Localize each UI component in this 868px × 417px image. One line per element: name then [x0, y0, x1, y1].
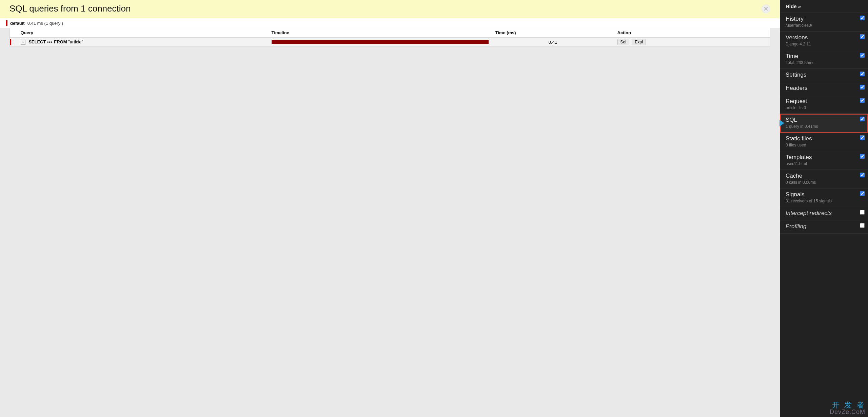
time-cell: 0.41: [492, 38, 614, 47]
panel-checkbox-settings[interactable]: [860, 72, 865, 76]
table-header-row: Query Timeline Time (ms) Action: [10, 28, 770, 38]
panel-checkbox-signals[interactable]: [860, 191, 865, 196]
panel-subtitle: 0 files used: [786, 143, 863, 147]
row-marker: [10, 39, 11, 45]
col-action: Action: [614, 28, 770, 38]
panel-subtitle: 0 calls in 0.00ms: [786, 180, 863, 185]
panel-checkbox-time[interactable]: [860, 53, 865, 58]
sidebar-panel-history[interactable]: History/user/articles0/: [780, 13, 868, 32]
panel-titlebar: SQL queries from 1 connection: [0, 0, 780, 18]
panel-subtitle: 31 receivers of 15 signals: [786, 199, 863, 203]
sidebar-panel-settings[interactable]: Settings: [780, 69, 868, 82]
panel-title: Headers: [786, 85, 863, 92]
panel-checkbox-static[interactable]: [860, 135, 865, 140]
panel-title: Intercept redirects: [786, 210, 863, 217]
sql-table: Query Timeline Time (ms) Action + SELECT: [9, 28, 770, 47]
sidebar-panel-request[interactable]: Requestarticle_list0: [780, 95, 868, 114]
sidebar-panel-sql[interactable]: SQL1 query in 0.41ms: [780, 114, 868, 133]
panel-subtitle: Django 4.2.11: [786, 42, 863, 46]
panel-title: History: [786, 16, 863, 22]
panel-checkbox-templates[interactable]: [860, 154, 865, 159]
panel-subtitle: article_list0: [786, 105, 863, 110]
sidebar-panel-headers[interactable]: Headers: [780, 82, 868, 95]
panel-title: Signals: [786, 191, 863, 198]
panel-title: SQL: [786, 117, 863, 123]
connection-name: default: [10, 21, 25, 26]
connection-marker: [6, 20, 7, 26]
panel-title: Static files: [786, 135, 863, 142]
connection-detail: 0.41 ms (1 query ): [27, 21, 63, 26]
expl-button[interactable]: Expl: [632, 39, 646, 45]
panel-checkbox-profiling[interactable]: [860, 223, 865, 228]
panel-title: Settings: [786, 72, 863, 78]
sidebar-panel-time[interactable]: TimeTotal: 233.55ms: [780, 50, 868, 69]
panel-checkbox-headers[interactable]: [860, 85, 865, 90]
watermark: 开 发 者 DevZe.CoM: [830, 401, 865, 415]
sidebar-panel-static[interactable]: Static files0 files used: [780, 133, 868, 151]
panel-checkbox-cache[interactable]: [860, 173, 865, 177]
query-text: SELECT ••• FROM "article": [28, 39, 83, 44]
panel-title: Request: [786, 98, 863, 105]
sidebar-panel-cache[interactable]: Cache0 calls in 0.00ms: [780, 170, 868, 188]
col-time: Time (ms): [492, 28, 614, 38]
panel-title: Time: [786, 53, 863, 60]
expand-button[interactable]: +: [21, 40, 25, 45]
panel-title: Versions: [786, 34, 863, 41]
col-timeline: Timeline: [268, 28, 492, 38]
connection-summary: default 0.41 ms (1 query ): [0, 18, 780, 28]
panel-title: Templates: [786, 154, 863, 161]
close-icon[interactable]: [762, 4, 770, 13]
timeline-bar: [272, 40, 489, 44]
panel-subtitle: 1 query in 0.41ms: [786, 124, 863, 129]
sidebar-panel-profiling[interactable]: Profiling: [780, 220, 868, 234]
sidebar-panel-versions[interactable]: VersionsDjango 4.2.11: [780, 32, 868, 50]
panel-subtitle: user/t1.html: [786, 161, 863, 166]
panel-subtitle: /user/articles0/: [786, 23, 863, 28]
page-title: SQL queries from 1 connection: [9, 3, 131, 14]
panel-checkbox-redirects[interactable]: [860, 210, 865, 215]
panel-checkbox-request[interactable]: [860, 98, 865, 103]
sidebar-panel-redirects[interactable]: Intercept redirects: [780, 207, 868, 220]
panel-checkbox-history[interactable]: [860, 16, 865, 20]
debug-toolbar-sidebar: Hide » History/user/articles0/VersionsDj…: [780, 0, 868, 417]
panel-subtitle: Total: 233.55ms: [786, 60, 863, 65]
sidebar-panel-templates[interactable]: Templatesuser/t1.html: [780, 151, 868, 170]
panel-checkbox-versions[interactable]: [860, 34, 865, 39]
panel-title: Profiling: [786, 223, 863, 230]
sidebar-panel-signals[interactable]: Signals31 receivers of 15 signals: [780, 188, 868, 207]
panel-checkbox-sql[interactable]: [860, 117, 865, 121]
sel-button[interactable]: Sel: [617, 39, 629, 45]
col-query: Query: [17, 28, 268, 38]
panel-title: Cache: [786, 173, 863, 179]
table-row: + SELECT ••• FROM "article" 0.41: [10, 38, 770, 47]
hide-toggle[interactable]: Hide »: [780, 0, 868, 13]
